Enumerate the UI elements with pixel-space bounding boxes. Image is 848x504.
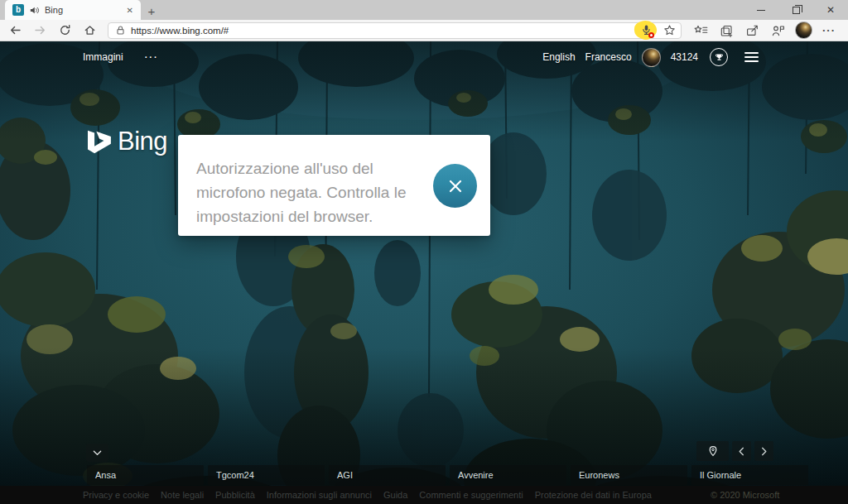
url-text: https://www.bing.com/# xyxy=(131,26,629,36)
header-left: Immagini ··· xyxy=(83,51,159,63)
address-bar[interactable]: https://www.bing.com/# xyxy=(108,22,682,39)
home-button[interactable] xyxy=(78,21,101,41)
carousel-prev-button[interactable] xyxy=(732,441,751,461)
profile-avatar-button[interactable] xyxy=(794,21,812,41)
footer-link-privacy[interactable]: Privacy e cookie xyxy=(83,490,149,500)
browser-toolbar: https://www.bing.com/# xyxy=(0,20,848,41)
header-right: English Francesco 43124 xyxy=(542,48,759,67)
location-pin-icon xyxy=(707,445,719,457)
tab-audio-speaker-icon[interactable] xyxy=(29,5,40,16)
carousel-collapse-button[interactable] xyxy=(86,444,108,462)
images-link[interactable]: Immagini xyxy=(83,51,123,63)
location-button[interactable] xyxy=(696,441,729,461)
favorites-star-list-icon xyxy=(694,24,708,36)
bing-favicon-icon: b xyxy=(12,4,24,16)
collections-button[interactable] xyxy=(717,21,735,41)
news-card[interactable]: Tgcom24 xyxy=(208,465,325,485)
refresh-button[interactable] xyxy=(53,21,76,41)
microphone-blocked-indicator[interactable] xyxy=(634,21,658,41)
ocean-mussel-farm-background-image xyxy=(0,41,848,504)
window-minimize-button[interactable] xyxy=(744,0,778,20)
carousel-controls xyxy=(696,441,773,461)
collections-icon xyxy=(720,24,734,37)
window-controls: ✕ xyxy=(744,0,848,20)
bing-homepage: Immagini ··· English Francesco 43124 xyxy=(0,41,848,504)
carousel-next-button[interactable] xyxy=(754,441,773,461)
window-close-button[interactable]: ✕ xyxy=(813,0,848,20)
news-card[interactable]: Avvenire xyxy=(450,465,566,485)
page-footer: Privacy e cookie Note legali Pubblicità … xyxy=(0,486,848,504)
back-button[interactable] xyxy=(3,21,26,41)
settings-more-button[interactable]: ··· xyxy=(820,21,838,41)
feedback-button[interactable] xyxy=(768,21,787,41)
bing-logo[interactable]: Bing xyxy=(88,127,167,156)
dialog-close-button[interactable] xyxy=(433,164,477,208)
copyright-text: © 2020 Microsoft xyxy=(711,490,779,500)
footer-link-advertise[interactable]: Pubblicità xyxy=(215,490,255,500)
add-favorite-star-icon[interactable] xyxy=(663,24,676,36)
feedback-person-icon xyxy=(771,24,785,37)
footer-link-help[interactable]: Guida xyxy=(383,490,407,500)
news-card[interactable]: AGI xyxy=(329,465,446,485)
back-arrow-icon xyxy=(9,24,22,36)
bing-logo-text: Bing xyxy=(118,127,167,156)
forward-button[interactable] xyxy=(28,21,51,41)
restore-icon xyxy=(793,7,800,14)
chevron-down-icon xyxy=(92,449,103,458)
page-header: Immagini ··· English Francesco 43124 xyxy=(0,45,848,70)
lock-icon[interactable] xyxy=(115,25,126,36)
browser-tab[interactable]: b Bing ✕ xyxy=(5,0,141,20)
window-restore-button[interactable] xyxy=(778,0,813,20)
chevron-left-icon xyxy=(737,446,746,457)
share-button[interactable] xyxy=(743,21,761,41)
rewards-points[interactable]: 43124 xyxy=(671,51,698,63)
bing-b-icon xyxy=(88,130,111,154)
close-x-icon xyxy=(447,178,464,194)
tab-title: Bing xyxy=(45,5,119,15)
tab-strip: b Bing ✕ + ✕ xyxy=(0,0,848,20)
trophy-icon xyxy=(714,52,725,63)
footer-link-data-protection[interactable]: Protezione dei dati in Europa xyxy=(535,490,652,500)
rewards-trophy-button[interactable] xyxy=(710,48,728,66)
footer-link-legal[interactable]: Note legali xyxy=(161,490,204,500)
user-name[interactable]: Francesco xyxy=(585,51,632,63)
footer-link-feedback[interactable]: Commenti e suggerimenti xyxy=(419,490,523,500)
new-tab-button[interactable]: + xyxy=(141,2,162,20)
minimize-icon xyxy=(757,10,765,11)
user-avatar[interactable] xyxy=(642,48,661,67)
news-card[interactable]: Euronews xyxy=(571,465,687,485)
browser-window: b Bing ✕ + ✕ xyxy=(0,0,848,504)
footer-link-ad-info[interactable]: Informazioni sugli annunci xyxy=(267,490,372,500)
tab-close-icon[interactable]: ✕ xyxy=(124,4,136,17)
share-icon xyxy=(745,24,759,37)
microphone-denied-dialog: Autorizzazione all'uso del microfono neg… xyxy=(178,135,490,236)
news-card[interactable]: Il Giornale xyxy=(691,465,808,485)
home-icon xyxy=(84,24,96,36)
forward-arrow-icon xyxy=(34,24,46,36)
header-more-options[interactable]: ··· xyxy=(145,52,159,62)
refresh-icon xyxy=(59,24,71,36)
toolbar-icons: ··· xyxy=(688,21,841,41)
profile-avatar xyxy=(795,22,812,39)
news-carousel: Ansa Tgcom24 AGI Avvenire Euronews Il Gi… xyxy=(87,465,808,485)
language-link[interactable]: English xyxy=(542,51,575,63)
favorites-button[interactable] xyxy=(691,21,710,41)
dialog-message: Autorizzazione all'uso del microfono neg… xyxy=(196,156,441,228)
blocked-badge-icon xyxy=(648,32,654,38)
news-card[interactable]: Ansa xyxy=(87,465,204,485)
hamburger-menu-icon[interactable] xyxy=(744,52,759,62)
chevron-right-icon xyxy=(759,446,768,457)
